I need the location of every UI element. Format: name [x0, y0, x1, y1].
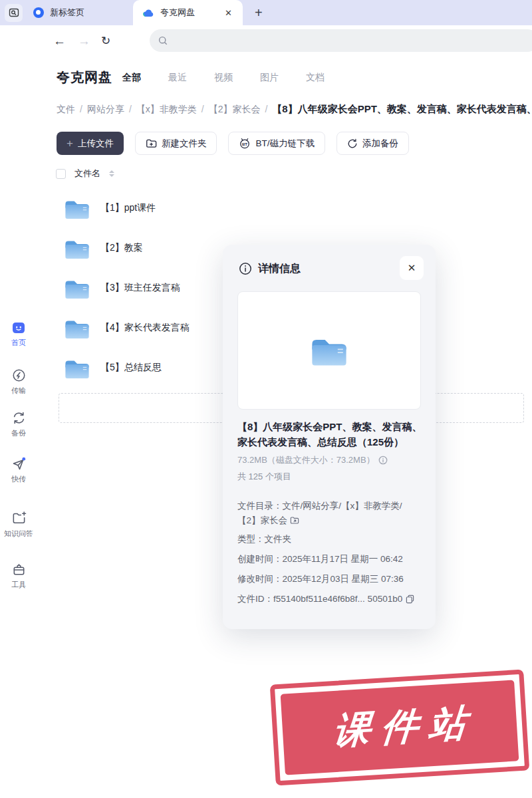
plus-icon: + [66, 137, 73, 150]
page-title: 夸克网盘 [57, 68, 112, 86]
tab-video[interactable]: 视频 [214, 72, 233, 84]
sidebar-item-quick-transfer[interactable]: 快传 [0, 456, 37, 484]
refresh-icon[interactable]: ↻ [101, 35, 110, 47]
upload-file-button[interactable]: + 上传文件 [57, 132, 124, 155]
info-icon [239, 262, 252, 275]
sidebar-item-label: 首页 [11, 338, 26, 348]
sidebar-item-label: 快传 [11, 474, 26, 484]
details-folder-title: 【8】八年级家长会PPT、教案、发言稿、家长代表发言稿、总结反思（125份） [237, 419, 422, 450]
details-type-row: 类型：文件夹 [237, 532, 422, 547]
forward-icon[interactable]: → [78, 35, 90, 47]
browser-tab-newtab[interactable]: 新标签页 [24, 0, 130, 25]
tab-recent[interactable]: 最近 [168, 72, 187, 84]
directory-label: 文件目录： [237, 501, 283, 511]
backup-circle-icon [347, 138, 358, 149]
breadcrumb-item[interactable]: 网站分享 [87, 104, 124, 114]
breadcrumb-item[interactable]: 文件 [57, 104, 75, 114]
quark-cloud-icon [142, 8, 154, 18]
close-icon: ✕ [408, 262, 416, 274]
home-smiley-icon [11, 321, 27, 335]
search-icon [158, 35, 169, 47]
folder-row[interactable]: 【1】ppt课件 [64, 190, 436, 227]
sidebar-item-knowledge-qa[interactable]: 知识问答 [0, 511, 37, 539]
folder-icon [64, 198, 90, 219]
filename-column-header: 文件名 [74, 168, 100, 180]
button-label: 上传文件 [78, 138, 114, 150]
details-title: 详情信息 [258, 262, 301, 276]
breadcrumb-separator: / [265, 104, 267, 114]
folder-name: 【4】家长代表发言稿 [100, 322, 190, 334]
size-text: 73.2MB（磁盘文件大小：73.2MB） [237, 454, 375, 466]
tab-close-icon[interactable]: ✕ [223, 7, 233, 19]
tab-label: 夸克网盘 [160, 7, 195, 19]
address-search-input[interactable] [150, 29, 532, 52]
sidebar-item-transfer[interactable]: 传输 [0, 368, 37, 396]
details-fileid-row: 文件ID：f55140bf511e46f6b8f... 50501b0 [237, 592, 422, 606]
action-button-row: + 上传文件 新建文件夹 BT BT/磁力链下载 添加备份 [57, 132, 409, 155]
sidebar-item-backup[interactable]: 备份 [0, 410, 37, 438]
paper-plane-icon [11, 456, 27, 471]
folder-icon [64, 357, 90, 379]
transfer-icon [11, 368, 27, 383]
browser-tab-quark[interactable]: 夸克网盘 ✕ [133, 0, 243, 25]
stamp-fill: 课件站 [281, 680, 519, 775]
close-button[interactable]: ✕ [400, 256, 424, 280]
button-label: 添加备份 [362, 138, 398, 150]
details-size: 73.2MB（磁盘文件大小：73.2MB） [237, 454, 388, 466]
copy-icon[interactable] [406, 595, 414, 604]
tab-search-icon [9, 7, 19, 18]
breadcrumb-separator: / [201, 104, 204, 114]
folder-icon [310, 334, 348, 366]
filter-tabs: 全部 最近 视频 图片 文档 [122, 72, 325, 84]
tab-document[interactable]: 文档 [306, 72, 325, 84]
new-folder-button[interactable]: 新建文件夹 [135, 132, 217, 155]
breadcrumb-current: 【8】八年级家长会PPT、教案、发言稿、家长代表发言稿、总结反思（125份） [272, 103, 532, 114]
folder-name: 【5】总结反思 [100, 362, 162, 374]
tab-image[interactable]: 图片 [260, 72, 279, 84]
sort-icon[interactable] [109, 170, 114, 177]
details-modified-row: 修改时间：2025年12月03日 星期三 07:36 [237, 572, 422, 587]
folder-icon [64, 277, 90, 299]
newtab-favicon-icon [33, 7, 44, 18]
breadcrumb-item[interactable]: 【2】家长会 [209, 104, 261, 114]
folder-name: 【3】班主任发言稿 [100, 282, 180, 294]
goto-folder-icon[interactable] [290, 516, 299, 525]
button-label: BT/磁力链下载 [255, 138, 315, 150]
details-directory-row: 文件目录：文件/网站分享/【x】非教学类/【2】家长会 [237, 499, 422, 527]
app-sidebar: 首页 传输 备份 快传 知识问答 工具 [0, 57, 37, 798]
button-label: 新建文件夹 [162, 138, 207, 150]
tab-all[interactable]: 全部 [122, 72, 141, 84]
breadcrumb-separator: / [129, 104, 132, 114]
bt-download-icon: BT [239, 138, 251, 149]
add-backup-button[interactable]: 添加备份 [336, 132, 409, 155]
select-all-checkbox[interactable] [56, 169, 66, 179]
back-icon[interactable]: ← [53, 35, 66, 47]
folder-icon [64, 317, 90, 339]
folder-icon [64, 237, 90, 259]
info-small-icon[interactable] [378, 456, 388, 465]
sidebar-item-label: 知识问答 [4, 529, 33, 539]
folder-plus-icon [146, 138, 157, 148]
svg-text:BT: BT [242, 142, 247, 146]
knowledge-folder-icon [11, 511, 27, 526]
details-item-count: 共 125 个项目 [237, 471, 291, 483]
fileid-text: 文件ID：f55140bf511e46f6b8f... 50501b0 [237, 592, 402, 606]
sidebar-item-label: 传输 [11, 386, 26, 396]
bt-magnet-download-button[interactable]: BT BT/磁力链下载 [228, 132, 325, 155]
stamp-text: 课件站 [321, 698, 479, 758]
sidebar-item-home[interactable]: 首页 [0, 321, 37, 348]
backup-sync-icon [11, 410, 27, 426]
breadcrumb-item[interactable]: 【x】非教学类 [136, 104, 197, 114]
watermark-stamp: 课件站 [270, 669, 530, 785]
tab-search-button[interactable] [5, 4, 23, 22]
stamp-frame: 课件站 [270, 669, 530, 785]
sidebar-item-tools[interactable]: 工具 [0, 562, 37, 590]
browser-toolbar: ← → ↻ [0, 25, 532, 57]
sidebar-item-label: 备份 [11, 428, 26, 438]
browser-tab-strip: 新标签页 夸克网盘 ✕ + [0, 0, 532, 25]
new-tab-button[interactable]: + [255, 5, 263, 21]
toolbox-icon [11, 562, 27, 577]
sidebar-item-label: 工具 [11, 580, 26, 590]
folder-name: 【2】教案 [100, 242, 143, 254]
breadcrumb-separator: / [80, 104, 82, 114]
